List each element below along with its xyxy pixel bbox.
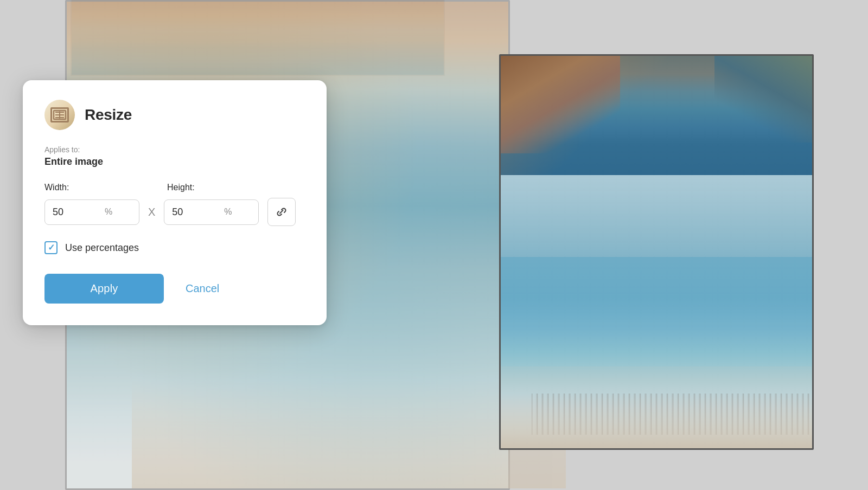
right-panel: --- TOP 10 WINTER VACATION DESTINATIONS … xyxy=(499,54,814,450)
resize-icon xyxy=(44,100,75,130)
dimension-separator: X xyxy=(148,206,155,218)
applies-to-value: Entire image xyxy=(44,156,305,167)
applies-to-label: Applies to: xyxy=(44,145,305,154)
right-panel-bottom-image xyxy=(501,175,812,448)
applies-to-section: Applies to: Entire image xyxy=(44,145,305,167)
action-buttons: Apply Cancel xyxy=(44,274,305,304)
checkbox-checkmark: ✓ xyxy=(48,243,55,252)
height-label: Height: xyxy=(167,183,270,192)
link-icon xyxy=(276,206,288,218)
use-percentages-label: Use percentages xyxy=(65,242,139,254)
dialog-title: Resize xyxy=(85,106,132,124)
link-proportions-button[interactable] xyxy=(267,198,296,226)
apply-button[interactable]: Apply xyxy=(44,274,164,304)
use-percentages-row: ✓ Use percentages xyxy=(44,241,305,254)
dialog-header: Resize xyxy=(44,100,305,130)
dimensions-section: Width: Height: % X % xyxy=(44,183,305,226)
resize-dialog: Resize Applies to: Entire image Width: H… xyxy=(23,80,327,325)
use-percentages-checkbox[interactable]: ✓ xyxy=(44,241,58,254)
dimensions-inputs: % X % xyxy=(44,198,305,226)
width-input-group: % xyxy=(44,199,139,225)
height-input[interactable] xyxy=(164,200,224,224)
dimension-labels: Width: Height: xyxy=(44,183,305,192)
width-unit: % xyxy=(105,201,119,223)
cancel-button[interactable]: Cancel xyxy=(181,274,224,304)
width-input[interactable] xyxy=(45,200,105,224)
height-input-group: % xyxy=(164,199,259,225)
width-label: Width: xyxy=(44,183,148,192)
right-panel-top-image xyxy=(501,56,812,175)
height-unit: % xyxy=(224,201,238,223)
svg-rect-0 xyxy=(54,111,66,119)
